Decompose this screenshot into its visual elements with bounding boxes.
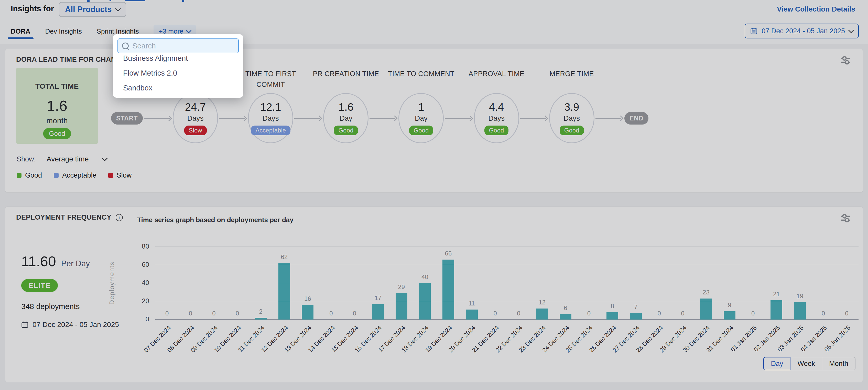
- stage-value: 12.1: [260, 101, 281, 113]
- bar-value: 9: [728, 302, 731, 309]
- stage-rating-badge: Slow: [184, 126, 207, 135]
- bar-13-dec-2024[interactable]: [302, 305, 313, 319]
- bar-value: 29: [398, 283, 405, 290]
- legend-item-slow[interactable]: Slow: [108, 171, 132, 179]
- bar-30-dec-2024[interactable]: [700, 299, 712, 319]
- bar-value: 0: [236, 310, 239, 317]
- chart-slot-25-dec-2024: 025 Dec 2024: [577, 247, 601, 319]
- stage-approval-time: APPROVAL TIME4.4DaysGood: [474, 93, 519, 143]
- tab-dev-insights[interactable]: Dev Insights: [45, 19, 82, 44]
- chart-slot-14-dec-2024: 014 Dec 2024: [319, 247, 343, 319]
- stage-circle[interactable]: 1.6DayGood: [323, 93, 369, 143]
- bar-value: 8: [611, 303, 614, 310]
- chevron-down-icon: [186, 28, 191, 33]
- stage-slow-24-7: 24.7DaysSlow: [173, 93, 218, 143]
- rate-value: 11.60: [21, 253, 56, 270]
- bar-11-dec-2024[interactable]: [255, 318, 267, 319]
- chart-slot-27-dec-2024: 727 Dec 2024: [624, 247, 648, 319]
- stage-circle[interactable]: 1DayGood: [398, 93, 444, 143]
- bar-03-jan-2025[interactable]: [794, 302, 806, 319]
- bar-16-dec-2024[interactable]: [372, 304, 384, 319]
- stage-circle[interactable]: 12.1DaysAcceptable: [248, 93, 293, 143]
- y-tick-80: 80: [125, 243, 149, 250]
- stage-circle[interactable]: 24.7DaysSlow: [173, 93, 218, 143]
- stage-unit: Day: [340, 114, 352, 122]
- bar-value: 0: [353, 310, 356, 317]
- chart-slot-02-jan-2025: 2102 Jan 2025: [765, 247, 788, 319]
- y-axis-label: Deployments: [108, 261, 116, 305]
- show-label: Show:: [17, 155, 36, 163]
- bar-02-jan-2025[interactable]: [771, 300, 782, 319]
- menu-item-flow-metrics-2-0[interactable]: Flow Metrics 2.0: [113, 65, 243, 80]
- chart-slot-08-dec-2024: 008 Dec 2024: [179, 247, 203, 319]
- legend-item-acceptable[interactable]: Acceptable: [54, 171, 96, 179]
- bar-value: 62: [281, 253, 288, 260]
- info-icon[interactable]: i: [116, 214, 123, 221]
- granularity-toggle: DayWeekMonth: [763, 357, 856, 370]
- deployment-card-title: DEPLOYMENT FREQUENCY i: [16, 214, 123, 221]
- bar-31-dec-2024[interactable]: [724, 311, 736, 319]
- total-time-label: TOTAL TIME: [35, 82, 79, 90]
- bar-value: 17: [375, 295, 381, 302]
- legend-swatch-good: [17, 173, 22, 178]
- chart-bars: 007 Dec 2024008 Dec 2024009 Dec 2024010 …: [155, 247, 859, 319]
- bar-value: 0: [658, 310, 661, 317]
- topbar: Insights for All Products View Collectio…: [0, 0, 868, 19]
- tab-dora[interactable]: DORA: [11, 19, 30, 44]
- chart-slot-12-dec-2024: 6212 Dec 2024: [273, 247, 296, 319]
- stage-label: TIME TO FIRST COMMIT: [232, 68, 309, 90]
- view-collection-details-link[interactable]: View Collection Details: [777, 5, 855, 13]
- collection-selector[interactable]: All Products: [59, 2, 126, 17]
- stage-pr-creation-time: PR CREATION TIME1.6DayGood: [323, 93, 369, 143]
- granularity-day[interactable]: Day: [763, 357, 790, 370]
- bar-value: 21: [773, 290, 780, 298]
- stage-unit: Day: [415, 114, 428, 122]
- date-range-button[interactable]: 07 Dec 2024 - 05 Jan 2025: [745, 24, 859, 38]
- bar-value: 66: [445, 250, 452, 257]
- granularity-month[interactable]: Month: [822, 357, 856, 370]
- chart-slot-21-dec-2024: 021 Dec 2024: [484, 247, 507, 319]
- chart-slot-16-dec-2024: 1716 Dec 2024: [366, 247, 390, 319]
- y-tick-60: 60: [125, 260, 149, 269]
- chart-slot-24-dec-2024: 624 Dec 2024: [554, 247, 577, 319]
- bar-19-dec-2024[interactable]: [442, 259, 454, 319]
- chart-slot-20-dec-2024: 1120 Dec 2024: [460, 247, 484, 319]
- bar-27-dec-2024[interactable]: [630, 313, 642, 319]
- bar-17-dec-2024[interactable]: [396, 293, 407, 319]
- bar-23-dec-2024[interactable]: [536, 308, 548, 319]
- dropdown-search-input[interactable]: [129, 42, 238, 50]
- menu-item-business-alignment[interactable]: Business Alignment: [113, 51, 243, 65]
- stage-value: 24.7: [185, 101, 206, 113]
- stage-circle[interactable]: 3.9DaysGood: [549, 93, 594, 143]
- bar-18-dec-2024[interactable]: [419, 283, 431, 319]
- bar-26-dec-2024[interactable]: [607, 312, 618, 319]
- bar-value: 12: [539, 299, 546, 306]
- stage-label: MERGE TIME: [533, 68, 610, 79]
- widget-options-icon[interactable]: [841, 55, 851, 65]
- bar-20-dec-2024[interactable]: [466, 310, 478, 319]
- menu-item-sandbox[interactable]: Sandbox: [113, 80, 243, 95]
- stage-unit: Days: [187, 114, 204, 122]
- deployment-date-range: 07 Dec 2024 - 05 Jan 2025: [21, 321, 119, 329]
- stage-label: PR CREATION TIME: [308, 68, 384, 79]
- stage-circle[interactable]: 4.4DaysGood: [474, 93, 519, 143]
- bar-12-dec-2024[interactable]: [278, 263, 290, 319]
- legend-item-good[interactable]: Good: [17, 171, 42, 179]
- deployment-frequency-card: DEPLOYMENT FREQUENCY i Time series graph…: [5, 206, 863, 382]
- chart-slot-18-dec-2024: 4018 Dec 2024: [413, 247, 437, 319]
- widget-options-icon[interactable]: [841, 213, 851, 223]
- collection-selector-label: All Products: [65, 5, 112, 14]
- chevron-down-icon: [101, 156, 107, 162]
- granularity-week[interactable]: Week: [790, 357, 822, 370]
- chart-slot-17-dec-2024: 2917 Dec 2024: [390, 247, 413, 319]
- bar-value: 16: [304, 295, 311, 302]
- bar-value: 40: [422, 273, 428, 281]
- y-tick-20: 20: [125, 297, 149, 305]
- bar-24-dec-2024[interactable]: [560, 314, 571, 319]
- deployment-date-range-label: 07 Dec 2024 - 05 Jan 2025: [32, 321, 119, 329]
- y-tick-40: 40: [125, 279, 149, 287]
- legend-swatch-slow: [108, 173, 113, 178]
- dropdown-items: Business AlignmentFlow Metrics 2.0Sandbo…: [113, 51, 243, 95]
- show-metric-select[interactable]: Show: Average time: [17, 155, 107, 163]
- flow-end-pill: END: [624, 112, 648, 124]
